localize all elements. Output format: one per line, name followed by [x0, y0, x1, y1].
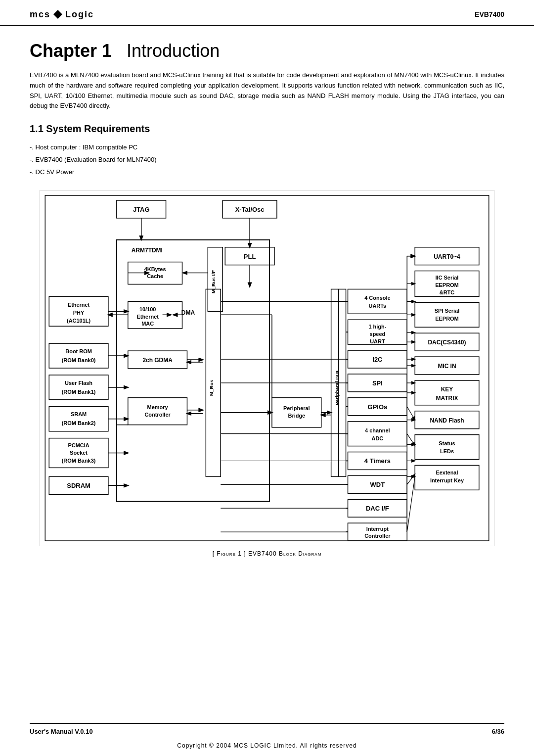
svg-text:ARM7TDMI: ARM7TDMI — [132, 247, 163, 254]
svg-text:Memory: Memory — [147, 404, 169, 410]
svg-rect-123 — [49, 343, 108, 368]
block-diagram-svg: JTAG X-Tal/Osc PLL ARM7TDMI — [40, 190, 494, 546]
svg-text:Interrupt Key: Interrupt Key — [430, 478, 464, 484]
svg-text:SPI Serial: SPI Serial — [435, 308, 460, 314]
svg-text:PLL: PLL — [244, 253, 256, 260]
svg-text:(ROM Bank0): (ROM Bank0) — [62, 357, 96, 363]
svg-rect-90 — [415, 303, 479, 328]
svg-text:DMA: DMA — [181, 310, 195, 317]
svg-text:KEY: KEY — [441, 386, 453, 393]
svg-rect-11 — [117, 240, 269, 502]
svg-text:DAC I/F: DAC I/F — [366, 505, 389, 512]
svg-rect-102 — [415, 435, 479, 460]
svg-text:WDT: WDT — [370, 481, 385, 489]
svg-line-116 — [407, 477, 415, 532]
copyright: Copyright © 2004 MCS LOGIC Limited. All … — [0, 739, 534, 756]
diagram-caption: [ Figure 1 ] EVB7400 Block Diagram — [213, 550, 322, 557]
svg-rect-66 — [348, 422, 407, 446]
svg-text:EEPROM: EEPROM — [435, 283, 458, 288]
intro-paragraph: EVB7400 is a MLN7400 evaluation board an… — [30, 70, 504, 111]
svg-text:NAND Flash: NAND Flash — [430, 417, 464, 424]
svg-text:X-Tal/Osc: X-Tal/Osc — [235, 206, 265, 213]
svg-text:Interrupt: Interrupt — [366, 526, 389, 532]
svg-text:EEPROM: EEPROM — [435, 316, 458, 322]
svg-text:Controller: Controller — [144, 412, 171, 418]
chapter-title: Chapter 1 Introduction — [30, 41, 504, 61]
footer: User's Manual V.0.10 6/36 — [0, 724, 534, 739]
svg-rect-127 — [49, 375, 108, 400]
svg-text:4 channel: 4 channel — [365, 427, 390, 433]
svg-text:SDRAM: SDRAM — [67, 482, 90, 490]
svg-text:10/100: 10/100 — [139, 307, 156, 313]
svg-text:UART: UART — [370, 338, 385, 344]
svg-text:4 Console: 4 Console — [364, 295, 390, 301]
svg-text:(ROM Bank1): (ROM Bank1) — [62, 389, 96, 395]
svg-text:MAC: MAC — [141, 321, 154, 327]
svg-text:ADC: ADC — [372, 435, 384, 441]
page-number: 6/36 — [492, 728, 504, 735]
svg-text:Bridge: Bridge — [288, 413, 305, 419]
svg-text:4KBytes: 4KBytes — [144, 266, 166, 272]
svg-text:M_Bus I/F: M_Bus I/F — [211, 270, 216, 293]
requirements-list: Host computer : IBM compatible PC EVB740… — [30, 142, 504, 178]
svg-text:speed: speed — [370, 331, 386, 337]
logo-text: mcs — [30, 9, 50, 20]
svg-text:MIC IN: MIC IN — [438, 363, 456, 370]
svg-text:GPIOs: GPIOs — [368, 403, 388, 411]
svg-text:Peripheral: Peripheral — [283, 405, 310, 411]
svg-text:Ethernet: Ethernet — [68, 302, 90, 308]
doc-id: EVB7400 — [475, 10, 504, 18]
svg-text:Eextenal: Eextenal — [436, 470, 458, 476]
svg-text:1 high-: 1 high- — [368, 324, 386, 330]
svg-text:MATRIX: MATRIX — [436, 395, 458, 402]
svg-text:M_Bus: M_Bus — [209, 379, 214, 396]
logo: mcs Logic — [30, 9, 94, 20]
svg-text:Socket: Socket — [70, 450, 88, 456]
svg-text:SPI: SPI — [372, 379, 383, 387]
svg-text:2ch GDMA: 2ch GDMA — [142, 357, 173, 364]
logo-diamond-icon — [52, 9, 63, 20]
svg-text:PHY: PHY — [73, 310, 85, 316]
svg-text:User Flash: User Flash — [65, 380, 92, 386]
svg-text:UARTs: UARTs — [369, 303, 387, 309]
svg-text:LEDs: LEDs — [440, 448, 454, 454]
svg-text:(AC101L): (AC101L) — [67, 318, 90, 324]
svg-text:IIC Serial: IIC Serial — [436, 275, 459, 281]
svg-line-112 — [407, 407, 415, 420]
svg-text:SRAM: SRAM — [71, 411, 87, 417]
svg-text:Status: Status — [439, 440, 455, 446]
svg-text:Ethernet: Ethernet — [136, 314, 159, 320]
block-diagram-container: JTAG X-Tal/Osc PLL ARM7TDMI — [30, 190, 504, 557]
svg-text:Controller: Controller — [364, 533, 391, 539]
svg-text:JTAG: JTAG — [133, 206, 150, 213]
logo-text2: Logic — [65, 9, 94, 20]
svg-rect-131 — [49, 407, 108, 431]
svg-text:DAC(CS4340): DAC(CS4340) — [428, 339, 466, 346]
svg-rect-48 — [348, 289, 407, 314]
requirement-2: EVB7400 (Evaluation Board for MLN7400) — [30, 154, 504, 166]
page: mcs Logic EVB7400 Chapter 1 Introduction… — [0, 0, 534, 756]
svg-text:Boot ROM: Boot ROM — [65, 348, 92, 354]
svg-text:UART0~4: UART0~4 — [434, 253, 460, 260]
content: Chapter 1 Introduction EVB7400 is a MLN7… — [0, 26, 534, 723]
header: mcs Logic EVB7400 — [0, 0, 534, 26]
requirement-1: Host computer : IBM compatible PC — [30, 142, 504, 154]
svg-marker-0 — [53, 10, 62, 19]
manual-version: User's Manual V.0.10 — [30, 728, 93, 735]
svg-text:&RTC: &RTC — [440, 290, 455, 296]
svg-text:4 Timers: 4 Timers — [364, 458, 391, 465]
section-1-1-title: 1.1 System Requirements — [30, 123, 504, 135]
svg-text:PCMCIA: PCMCIA — [68, 442, 89, 448]
svg-text:(ROM Bank3): (ROM Bank3) — [62, 458, 96, 464]
svg-text:Cache: Cache — [147, 274, 163, 280]
svg-text:I2C: I2C — [372, 356, 382, 363]
svg-line-113 — [407, 434, 415, 446]
svg-text:(ROM Bank2): (ROM Bank2) — [62, 420, 96, 426]
requirement-3: DC 5V Power — [30, 166, 504, 179]
